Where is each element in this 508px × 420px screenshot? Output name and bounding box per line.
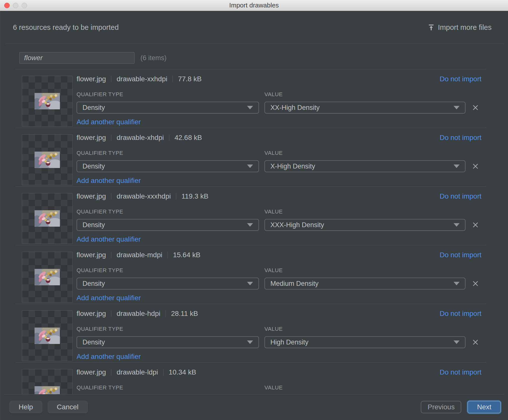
value-line: X-High Density (264, 160, 481, 172)
remove-qualifier-button[interactable] (469, 219, 481, 231)
do-not-import-link[interactable]: Do not import (440, 368, 481, 376)
add-another-qualifier-link[interactable]: Add another qualifier (77, 294, 141, 302)
separator (111, 369, 111, 376)
flower-image (35, 210, 60, 227)
upload-icon (427, 24, 435, 31)
separator (166, 310, 166, 317)
file-size: 119.3 kB (181, 192, 208, 200)
separator (168, 252, 168, 258)
drawable-thumbnail (22, 193, 73, 244)
do-not-import-link[interactable]: Do not import (440, 310, 481, 318)
qualifier-type-dropdown[interactable]: Density (77, 102, 259, 114)
qualifier-columns: QUALIFIER TYPE Density Add another quali… (77, 267, 481, 302)
file-name: flower.jpg (77, 134, 106, 142)
value-label: VALUE (264, 91, 481, 97)
cancel-button[interactable]: Cancel (48, 401, 88, 413)
target-folder: drawable-xxxhdpi (117, 192, 171, 200)
remove-qualifier-button[interactable] (469, 102, 481, 114)
separator (111, 310, 111, 317)
chevron-down-icon (247, 106, 253, 109)
add-another-qualifier-link[interactable]: Add another qualifier (77, 353, 141, 361)
qualifier-type-dropdown[interactable]: Density (77, 278, 259, 290)
remove-qualifier-button[interactable] (469, 336, 481, 348)
value-label: VALUE (264, 209, 481, 214)
file-info-line: flower.jpg drawable-hdpi 28.11 kB Do not… (77, 310, 481, 317)
value-line: XXX-High Density (264, 219, 481, 231)
add-another-qualifier-link[interactable]: Add another qualifier (77, 177, 141, 185)
chevron-down-icon (454, 282, 460, 285)
do-not-import-link[interactable]: Do not import (440, 192, 481, 200)
resource-list: flower.jpg drawable-xxhdpi 77.8 kB Do no… (15, 69, 486, 394)
filter-input[interactable] (19, 52, 134, 64)
remove-qualifier-button[interactable] (469, 160, 481, 172)
qualifier-type-value: Density (83, 221, 105, 229)
add-another-qualifier-link[interactable]: Add another qualifier (77, 118, 141, 126)
help-button[interactable]: Help (9, 401, 42, 413)
qualifier-type-dropdown[interactable]: Density (77, 160, 259, 172)
flower-image (35, 269, 60, 285)
qualifier-type-label: QUALIFIER TYPE (77, 384, 259, 390)
qualifier-type-column: QUALIFIER TYPE Density Add another quali… (77, 209, 259, 243)
next-button[interactable]: Next (467, 401, 501, 413)
dialog-footer: Help Cancel Previous Next (0, 394, 508, 420)
value-line: High Density (264, 336, 481, 348)
resource-row: flower.jpg drawable-xxxhdpi 119.3 kB Do … (15, 187, 486, 245)
window-title: Import drawables (0, 1, 508, 9)
qualifier-value: X-High Density (270, 163, 315, 170)
add-another-qualifier-link[interactable]: Add another qualifier (77, 235, 141, 243)
qualifier-value-column: VALUE High Density (264, 326, 481, 361)
qualifier-columns: QUALIFIER TYPE Add another qualifier VAL… (77, 384, 481, 394)
separator (169, 134, 169, 141)
qualifier-value-dropdown[interactable]: Medium Density (264, 278, 466, 290)
resource-row-details: flower.jpg drawable-xxhdpi 77.8 kB Do no… (77, 69, 481, 128)
qualifier-value-dropdown[interactable]: High Density (264, 336, 466, 348)
import-dialog: 6 resources ready to be imported Import … (0, 11, 508, 420)
qualifier-value-column: VALUE (264, 384, 481, 394)
file-size: 15.64 kB (173, 251, 201, 259)
qualifier-type-column: QUALIFIER TYPE Add another qualifier (77, 384, 259, 394)
do-not-import-link[interactable]: Do not import (440, 134, 481, 142)
file-name: flower.jpg (77, 310, 106, 318)
chevron-down-icon (247, 340, 253, 344)
qualifier-type-dropdown[interactable]: Density (77, 336, 259, 348)
qualifier-type-dropdown[interactable]: Density (77, 219, 259, 231)
drawable-thumbnail (22, 76, 73, 126)
dialog-header: 6 resources ready to be imported Import … (0, 11, 508, 44)
previous-button[interactable]: Previous (421, 401, 461, 413)
filter-row: (6 items) (19, 52, 508, 64)
qualifier-type-label: QUALIFIER TYPE (77, 209, 259, 214)
flower-image (35, 93, 60, 109)
qualifier-value-dropdown[interactable]: XXX-High Density (264, 219, 466, 231)
resources-summary: 6 resources ready to be imported (13, 23, 119, 32)
qualifier-type-value: Density (83, 104, 105, 112)
qualifier-value: High Density (270, 338, 308, 346)
resource-row: flower.jpg drawable-ldpi 10.34 kB Do not… (15, 363, 486, 394)
target-folder: drawable-mdpi (117, 251, 162, 259)
chevron-down-icon (454, 165, 460, 168)
resource-row: flower.jpg drawable-mdpi 15.64 kB Do not… (15, 245, 486, 304)
value-label: VALUE (264, 150, 481, 156)
qualifier-value-dropdown[interactable]: XX-High Density (264, 102, 466, 114)
import-drawables-window: Import drawables 6 resources ready to be… (0, 0, 508, 420)
qualifier-type-column: QUALIFIER TYPE Density Add another quali… (77, 326, 259, 361)
import-more-files-button[interactable]: Import more files (427, 23, 492, 32)
footer-right: Previous Next (421, 400, 502, 414)
target-folder: drawable-xhdpi (117, 134, 164, 142)
flower-image (35, 152, 60, 168)
remove-qualifier-button[interactable] (469, 278, 481, 290)
separator (163, 369, 164, 376)
do-not-import-link[interactable]: Do not import (440, 251, 481, 259)
qualifier-columns: QUALIFIER TYPE Density Add another quali… (77, 91, 481, 126)
flower-image (35, 386, 60, 394)
value-label: VALUE (264, 267, 481, 273)
file-name: flower.jpg (77, 251, 106, 259)
qualifier-columns: QUALIFIER TYPE Density Add another quali… (77, 150, 481, 185)
do-not-import-link[interactable]: Do not import (440, 75, 481, 83)
qualifier-value-dropdown[interactable]: X-High Density (264, 160, 466, 172)
qualifier-type-column: QUALIFIER TYPE Density Add another quali… (77, 150, 259, 185)
file-size: 77.8 kB (178, 75, 202, 83)
items-count-label: (6 items) (140, 54, 167, 62)
resource-row-details: flower.jpg drawable-ldpi 10.34 kB Do not… (77, 363, 481, 394)
footer-left: Help Cancel (9, 401, 88, 413)
separator (176, 193, 176, 200)
